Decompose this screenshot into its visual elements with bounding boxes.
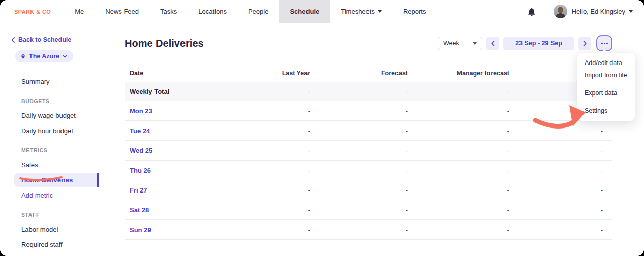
sidebar-item-daily-wage-budget[interactable]: Daily wage budget (0, 108, 99, 123)
sidebar-item-summary[interactable]: Summary (0, 74, 99, 89)
column-header-date: Date (125, 70, 217, 77)
more-options-menu: Add/edit dataImport from fileExport data… (577, 53, 635, 121)
cell-value: - (513, 147, 612, 154)
menu-divider (577, 84, 635, 84)
cell-value: - (314, 127, 412, 135)
column-header-manager-forecast: Manager forecast (412, 70, 513, 77)
table-row: Sat 28---- (125, 200, 612, 220)
cell-value: - (513, 226, 612, 234)
back-link-label: Back to Schedule (18, 36, 71, 43)
cell-value: - (513, 127, 612, 135)
cell-value: - (217, 127, 314, 135)
cell-value: - (314, 147, 412, 154)
chevron-left-icon (491, 41, 495, 46)
sidebar-item-sales[interactable]: Sales (0, 157, 99, 172)
sidebar: Back to Schedule The Azure Summary BUDGE… (0, 24, 99, 256)
sidebar-section-budgets: BUDGETS (0, 97, 99, 105)
main-content: Home Deliveries Week 23 Sep - 29 Sep (100, 24, 644, 256)
row-date-link[interactable]: Mon 23 (125, 107, 217, 115)
cell-value: - (314, 206, 412, 214)
cell-value: - (217, 147, 314, 154)
cell-value: - (412, 206, 513, 214)
cell-value: - (217, 226, 314, 234)
nav-item-tasks[interactable]: Tasks (149, 0, 188, 23)
table-row: Tue 24---- (125, 121, 612, 141)
main-header: Home Deliveries Week 23 Sep - 29 Sep (125, 35, 612, 51)
location-label: The Azure (29, 53, 59, 60)
chevron-left-icon (11, 37, 15, 43)
cell-value: - (412, 147, 513, 154)
nav-item-schedule[interactable]: Schedule (279, 0, 330, 23)
nav-item-reports[interactable]: Reports (392, 0, 437, 23)
row-date-link[interactable]: Sat 28 (125, 206, 217, 214)
cell-value: - (217, 206, 314, 214)
table-body: Weekly Total----Mon 23----Tue 24----Wed … (125, 82, 612, 240)
table-row: Weekly Total---- (125, 82, 612, 101)
table-row: Wed 25---- (125, 141, 612, 161)
cell-value: - (513, 186, 612, 194)
chevron-down-icon (63, 55, 67, 58)
user-avatar[interactable] (554, 5, 567, 18)
location-selector[interactable]: The Azure (15, 50, 73, 62)
chevron-down-icon (378, 10, 382, 13)
column-header-forecast: Forecast (314, 70, 412, 77)
previous-week-button[interactable] (486, 37, 499, 50)
cell-value: - (217, 167, 314, 174)
sidebar-item-required-staff[interactable]: Required staff (0, 237, 99, 252)
nav-item-news-feed[interactable]: News Feed (95, 0, 149, 23)
cell-value: - (513, 167, 612, 174)
sidebar-section-metrics: METRICS (0, 146, 99, 154)
deliveries-table: DateLast YearForecastManager forecast We… (125, 65, 612, 240)
menu-item-export-data[interactable]: Export data (577, 87, 635, 99)
period-select[interactable]: Week (438, 37, 482, 50)
page-title: Home Deliveries (125, 38, 204, 49)
nav-item-me[interactable]: Me (64, 0, 95, 23)
user-menu[interactable]: Hello, Ed Kingsley (572, 8, 633, 15)
period-select-value: Week (443, 40, 459, 47)
more-options-button[interactable] (596, 35, 612, 51)
nav-item-locations[interactable]: Locations (188, 0, 237, 23)
cell-value: - (412, 127, 513, 135)
row-date-link[interactable]: Tue 24 (125, 127, 217, 135)
ellipsis-icon (601, 43, 603, 44)
menu-item-import-from-file[interactable]: Import from file (577, 69, 635, 81)
row-date-link[interactable]: Wed 25 (125, 147, 217, 154)
header-controls: Week 23 Sep - 29 Sep (438, 35, 612, 51)
back-to-schedule-link[interactable]: Back to Schedule (11, 36, 99, 43)
sidebar-section-staff: STAFF (0, 211, 99, 219)
sidebar-item-daily-hour-budget[interactable]: Daily hour budget (0, 123, 99, 138)
row-date-link[interactable]: Fri 27 (125, 186, 217, 194)
table-row: Fri 27---- (125, 180, 612, 200)
app-window: SPARK & CO MeNews FeedTasksLocationsPeop… (0, 0, 644, 256)
nav-item-timesheets[interactable]: Timesheets (330, 0, 392, 23)
sidebar-item-home-deliveries[interactable]: Home Deliveries (14, 173, 99, 187)
date-range-button[interactable]: 23 Sep - 29 Sep (503, 37, 574, 50)
cell-value: - (513, 206, 612, 214)
sidebar-item-add-metric[interactable]: Add metric (0, 187, 99, 203)
cell-value: - (412, 167, 513, 174)
cell-value: - (412, 226, 513, 234)
row-date-link[interactable]: Thu 26 (125, 167, 217, 174)
row-date-link[interactable]: Sun 29 (125, 226, 217, 234)
table-row: Mon 23---- (125, 101, 612, 121)
menu-item-add-edit-data[interactable]: Add/edit data (577, 57, 635, 69)
chevron-down-icon (629, 10, 633, 13)
menu-divider (577, 102, 635, 102)
cell-value: - (217, 88, 314, 95)
table-header-row: DateLast YearForecastManager forecast (125, 65, 612, 82)
cell-value: - (314, 167, 412, 174)
menu-item-settings[interactable]: Settings (577, 105, 635, 117)
row-label-weekly-total: Weekly Total (125, 88, 217, 95)
cell-value: - (412, 107, 513, 115)
table-row: Sun 29---- (125, 220, 612, 240)
divider (545, 5, 545, 18)
cell-value: - (314, 186, 412, 194)
sidebar-item-labor-model[interactable]: Labor model (0, 221, 99, 237)
column-header-last-year: Last Year (217, 70, 314, 77)
next-week-button[interactable] (578, 37, 591, 50)
brand-logo: SPARK & CO (14, 9, 51, 15)
location-pin-icon (20, 53, 26, 60)
notifications-bell-icon[interactable] (527, 7, 537, 17)
cell-value: - (412, 88, 513, 95)
nav-item-people[interactable]: People (237, 0, 279, 23)
